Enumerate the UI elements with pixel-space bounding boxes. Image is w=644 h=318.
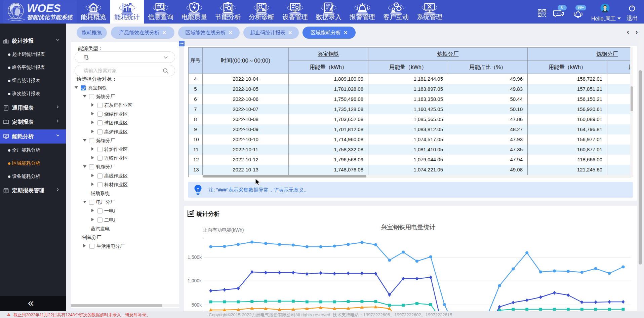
svg-text:1,000k: 1,000k xyxy=(188,278,202,283)
svg-text:500k: 500k xyxy=(192,302,202,308)
svg-text:1,500k: 1,500k xyxy=(188,254,202,260)
